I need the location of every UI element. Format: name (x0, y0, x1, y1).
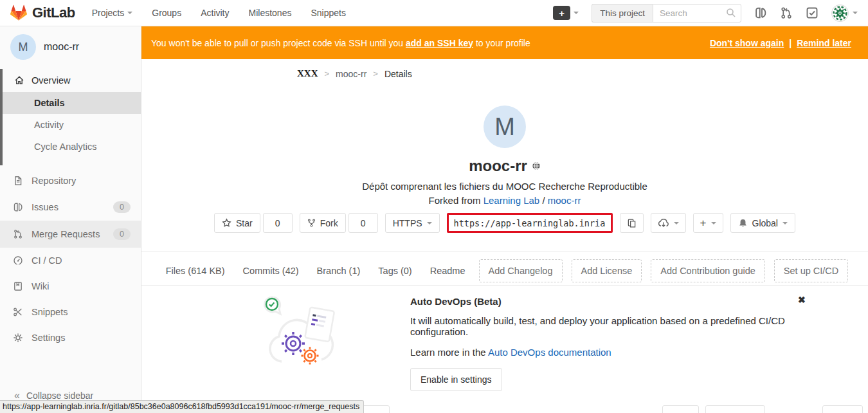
add-new-dropdown[interactable]: + (693, 213, 723, 233)
breadcrumb-project-link[interactable]: mooc-rr (336, 69, 366, 79)
new-menu-button[interactable]: + (553, 6, 579, 20)
breadcrumb-separator: > (373, 69, 378, 78)
gitlab-wordmark: GitLab (32, 5, 75, 21)
dont-show-again-link[interactable]: Don't show again (710, 38, 784, 48)
tab-readme[interactable]: Readme (430, 266, 466, 276)
browser-status-bubble: https://app-learninglab.inria.fr/gitlab/… (0, 400, 364, 413)
sidebar-item-cycle-analytics[interactable]: Cycle Analytics (3, 136, 141, 158)
chevron-down-icon (427, 222, 432, 225)
gitlab-logo[interactable]: GitLab (10, 5, 75, 21)
sidebar-item-repository[interactable]: Repository (0, 168, 141, 194)
star-count[interactable]: 0 (263, 213, 293, 233)
clone-url-highlight (447, 213, 613, 233)
ssh-warning-text: You won't be able to pull or push projec… (151, 38, 530, 48)
enable-in-settings-button[interactable]: Enable in settings (410, 368, 502, 391)
plus-icon: + (700, 217, 707, 228)
nav-groups[interactable]: Groups (152, 8, 181, 18)
tab-tags[interactable]: Tags (0) (378, 266, 411, 276)
divider (141, 285, 868, 286)
nav-projects[interactable]: Projects (92, 8, 133, 18)
protocol-dropdown[interactable]: HTTPS (385, 213, 440, 233)
nav-snippets[interactable]: Snippets (311, 8, 345, 18)
sidebar-item-wiki[interactable]: Wiki (0, 273, 141, 299)
auto-devops-description: It will automatically build, test, and d… (410, 315, 822, 337)
tab-commits[interactable]: Commits (42) (243, 266, 299, 276)
add-license-button[interactable]: Add License (572, 259, 642, 282)
bell-icon (738, 218, 748, 228)
clone-url-input[interactable] (449, 215, 611, 231)
nav-activity[interactable]: Activity (201, 8, 229, 18)
copy-url-button[interactable] (620, 213, 644, 233)
merge-requests-count-badge: 0 (113, 228, 131, 240)
navbar-menu: Projects Groups Activity Milestones Snip… (92, 8, 346, 18)
cutoff-button[interactable] (662, 405, 699, 413)
fork-source-group-link[interactable]: Learning Lab (484, 195, 540, 206)
public-globe-icon (532, 161, 541, 170)
chevron-down-icon (574, 12, 579, 14)
close-icon[interactable]: ✖ (798, 295, 806, 305)
search-control: This project (592, 4, 741, 23)
top-navbar: GitLab Projects Groups Activity Mileston… (0, 0, 868, 26)
sidebar-item-issues[interactable]: Issues 0 (0, 194, 141, 221)
add-changelog-button[interactable]: Add Changelog (479, 259, 563, 282)
todos-icon[interactable] (806, 6, 818, 19)
merge-request-icon (13, 229, 23, 239)
fork-attribution: Forked from Learning Lab / mooc-rr (141, 195, 868, 206)
project-action-bar: Star 0 Fork 0 HTTPS (141, 213, 868, 233)
issues-icon[interactable] (754, 6, 767, 19)
banner-separator: | (789, 38, 791, 48)
chevron-down-icon (674, 222, 679, 225)
page-title: mooc-rr (469, 157, 527, 175)
download-dropdown[interactable] (651, 213, 686, 233)
sidebar-item-overview[interactable]: Overview (3, 69, 141, 92)
cutoff-button[interactable] (705, 405, 765, 413)
merge-requests-icon[interactable] (780, 6, 793, 19)
breadcrumb-separator: > (325, 69, 330, 78)
fork-source-project-link[interactable]: mooc-rr (548, 195, 581, 206)
plus-icon: + (553, 6, 570, 20)
setup-ci-cd-button[interactable]: Set up CI/CD (774, 259, 848, 282)
sidebar-item-details[interactable]: Details (3, 92, 141, 114)
breadcrumb-page[interactable]: Details (384, 69, 412, 79)
sidebar-project-name: mooc-rr (44, 41, 79, 53)
ssh-warning-banner: You won't be able to pull or push projec… (141, 26, 868, 59)
home-icon (14, 75, 24, 86)
project-sidebar: M mooc-rr Overview Details Activity Cycl… (0, 26, 141, 413)
gauge-icon (13, 255, 23, 266)
chevron-down-icon (782, 222, 788, 225)
project-avatar-large: M (484, 106, 526, 148)
copy-icon (627, 218, 637, 228)
chevron-down-icon (127, 12, 132, 14)
notification-dropdown[interactable]: Global (730, 213, 795, 233)
book-icon (13, 281, 23, 291)
remind-later-link[interactable]: Remind later (797, 38, 851, 48)
fork-count[interactable]: 0 (348, 213, 378, 233)
nav-milestones[interactable]: Milestones (249, 8, 292, 18)
sidebar-items: Repository Issues 0 Merge Requests 0 CI … (0, 165, 141, 351)
sidebar-item-snippets[interactable]: Snippets (0, 299, 141, 325)
project-stats-bar: Files (614 KB) Commits (42) Branch (1) T… (141, 256, 868, 285)
tab-branch[interactable]: Branch (1) (317, 266, 361, 276)
add-ssh-key-link[interactable]: add an SSH key (406, 38, 473, 48)
issues-icon (13, 202, 23, 212)
breadcrumb-user-link[interactable]: XXX (297, 68, 318, 79)
project-avatar: M (10, 34, 36, 60)
fork-button[interactable]: Fork (300, 213, 346, 233)
star-button[interactable]: Star (214, 213, 260, 233)
sidebar-item-ci-cd[interactable]: CI / CD (0, 248, 141, 273)
search-scope-label[interactable]: This project (592, 4, 653, 23)
cutoff-button[interactable] (822, 405, 863, 413)
gitlab-tanuki-icon (10, 5, 27, 21)
star-icon (222, 218, 231, 228)
user-avatar (831, 5, 849, 22)
user-menu[interactable] (831, 5, 858, 22)
auto-devops-doc-link[interactable]: Auto DevOps documentation (488, 347, 611, 358)
gear-icon (13, 333, 23, 343)
sidebar-item-settings[interactable]: Settings (0, 325, 141, 351)
sidebar-item-activity[interactable]: Activity (3, 114, 141, 136)
tab-files[interactable]: Files (614 KB) (166, 266, 225, 276)
add-contribution-guide-button[interactable]: Add Contribution guide (651, 259, 765, 282)
sidebar-overview-group: Overview Details Activity Cycle Analytic… (0, 69, 141, 165)
sidebar-item-merge-requests[interactable]: Merge Requests 0 (0, 221, 141, 248)
sidebar-project-header[interactable]: M mooc-rr (0, 26, 141, 69)
